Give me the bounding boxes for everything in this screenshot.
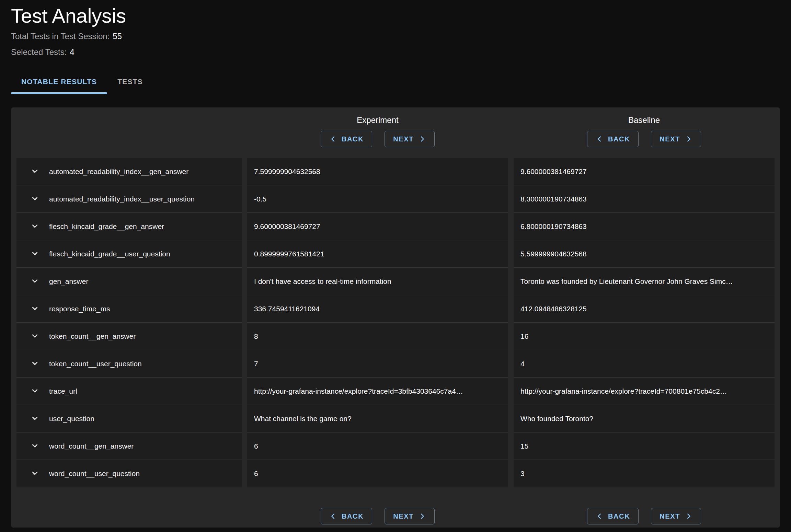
experiment-value-cell: 7 (247, 350, 508, 378)
total-tests-value: 55 (113, 32, 122, 41)
tab-notable-results-label: NOTABLE RESULTS (21, 78, 97, 86)
expand-row-button[interactable] (30, 304, 39, 314)
expand-row-button[interactable] (30, 166, 39, 177)
metric-row: flesch_kincaid_grade__gen_answer (16, 213, 242, 240)
expand-row-button[interactable] (30, 194, 39, 204)
metric-name: gen_answer (49, 277, 88, 286)
expand-row-button[interactable] (30, 221, 39, 232)
next-button-label: NEXT (393, 513, 414, 520)
baseline-next-button-bottom[interactable]: NEXT (651, 508, 701, 524)
metric-name-column: automated_readability_index__gen_answera… (16, 158, 242, 487)
experiment-next-button-bottom[interactable]: NEXT (385, 508, 435, 524)
expand-row-button[interactable] (30, 276, 39, 287)
selected-tests-value: 4 (70, 47, 74, 57)
total-tests-stat: Total Tests in Test Session:55 (11, 32, 791, 41)
baseline-value-cell: 3 (514, 460, 775, 487)
metric-column-header-spacer (16, 107, 242, 158)
back-button-label: BACK (608, 136, 630, 142)
total-tests-label: Total Tests in Test Session: (11, 32, 110, 41)
baseline-back-button-top[interactable]: BACK (587, 131, 639, 147)
metric-name: flesch_kincaid_grade__gen_answer (49, 222, 164, 231)
experiment-value-cell: http://your-grafana-instance/explore?tra… (247, 378, 508, 405)
metric-name: automated_readability_index__gen_answer (49, 167, 188, 176)
baseline-value-cell: Toronto was founded by Lieutenant Govern… (514, 268, 775, 295)
chevron-left-icon (329, 512, 337, 520)
expand-row-button[interactable] (30, 359, 39, 369)
metric-row: automated_readability_index__gen_answer (16, 158, 242, 185)
selected-tests-label: Selected Tests: (11, 47, 67, 57)
next-button-label: NEXT (660, 136, 680, 142)
expand-row-button[interactable] (30, 441, 39, 451)
chevron-down-icon (30, 359, 39, 369)
metric-row: token_count__user_question (16, 350, 242, 378)
metric-row: word_count__user_question (16, 460, 242, 487)
chevron-right-icon (419, 512, 426, 520)
baseline-value-cell: 9.600000381469727 (514, 158, 775, 185)
baseline-column-title: Baseline (514, 115, 775, 125)
next-button-label: NEXT (393, 136, 414, 142)
baseline-bottom-nav: BACK NEXT (514, 508, 775, 524)
back-button-label: BACK (342, 513, 364, 520)
selected-tests-stat: Selected Tests:4 (11, 47, 791, 57)
metric-row: trace_url (16, 378, 242, 405)
experiment-value-cell: -0.5 (247, 185, 508, 213)
results-card: Experiment BACK NEXT Baseline BACK (11, 107, 780, 528)
baseline-next-button-top[interactable]: NEXT (651, 131, 701, 147)
active-tab-indicator (11, 92, 107, 94)
chevron-right-icon (419, 135, 426, 143)
metric-name: user_question (49, 415, 94, 423)
expand-row-button[interactable] (30, 414, 39, 424)
chevron-down-icon (30, 304, 39, 314)
chevron-right-icon (685, 512, 692, 520)
baseline-top-nav: BACK NEXT (514, 131, 775, 147)
baseline-value-cell: 8.300000190734863 (514, 185, 775, 213)
metric-row: flesch_kincaid_grade__user_question (16, 240, 242, 268)
experiment-value-cell: 0.8999999761581421 (247, 240, 508, 268)
baseline-column-header: Baseline BACK NEXT (514, 107, 775, 158)
expand-row-button[interactable] (30, 386, 39, 396)
metric-row: gen_answer (16, 268, 242, 295)
metric-row: token_count__gen_answer (16, 323, 242, 350)
chevron-down-icon (30, 194, 39, 204)
tab-tests[interactable]: TESTS (107, 69, 153, 94)
metric-name: trace_url (49, 387, 77, 395)
experiment-column-header: Experiment BACK NEXT (247, 107, 508, 158)
experiment-back-button-top[interactable]: BACK (321, 131, 372, 147)
baseline-value-cell: 5.599999904632568 (514, 240, 775, 268)
experiment-value-column: 7.599999904632568-0.59.6000003814697270.… (247, 158, 508, 487)
next-button-label: NEXT (660, 513, 680, 520)
expand-row-button[interactable] (30, 331, 39, 342)
metric-name: word_count__user_question (49, 470, 140, 478)
tab-notable-results[interactable]: NOTABLE RESULTS (11, 69, 107, 94)
baseline-back-button-bottom[interactable]: BACK (587, 508, 639, 524)
metric-name: token_count__gen_answer (49, 332, 136, 340)
test-analysis-page: Test Analysis Total Tests in Test Sessio… (0, 0, 791, 528)
baseline-value-cell: 6.800000190734863 (514, 213, 775, 240)
experiment-column-title: Experiment (247, 115, 508, 125)
experiment-back-button-bottom[interactable]: BACK (321, 508, 372, 524)
expand-row-button[interactable] (30, 469, 39, 479)
metric-name: flesch_kincaid_grade__user_question (49, 250, 170, 258)
expand-row-button[interactable] (30, 249, 39, 259)
chevron-right-icon (685, 135, 692, 143)
experiment-column-footer: BACK NEXT (247, 487, 508, 528)
experiment-value-cell: What channel is the game on? (247, 405, 508, 432)
chevron-down-icon (30, 166, 39, 177)
baseline-value-cell: 15 (514, 432, 775, 460)
experiment-bottom-nav: BACK NEXT (247, 508, 508, 524)
chevron-down-icon (30, 469, 39, 479)
page-title: Test Analysis (11, 5, 791, 26)
baseline-value-cell: 4 (514, 350, 775, 378)
experiment-value-cell: 8 (247, 323, 508, 350)
chevron-down-icon (30, 441, 39, 451)
baseline-value-column: 9.6000003814697278.3000001907348636.8000… (514, 158, 775, 487)
baseline-column-footer: BACK NEXT (514, 487, 775, 528)
experiment-top-nav: BACK NEXT (247, 131, 508, 147)
experiment-next-button-top[interactable]: NEXT (385, 131, 435, 147)
tab-bar: NOTABLE RESULTS TESTS (11, 69, 791, 94)
chevron-down-icon (30, 221, 39, 232)
chevron-down-icon (30, 276, 39, 287)
chevron-left-icon (329, 135, 337, 143)
metric-row: word_count__gen_answer (16, 432, 242, 460)
baseline-value-cell: Who founded Toronto? (514, 405, 775, 432)
